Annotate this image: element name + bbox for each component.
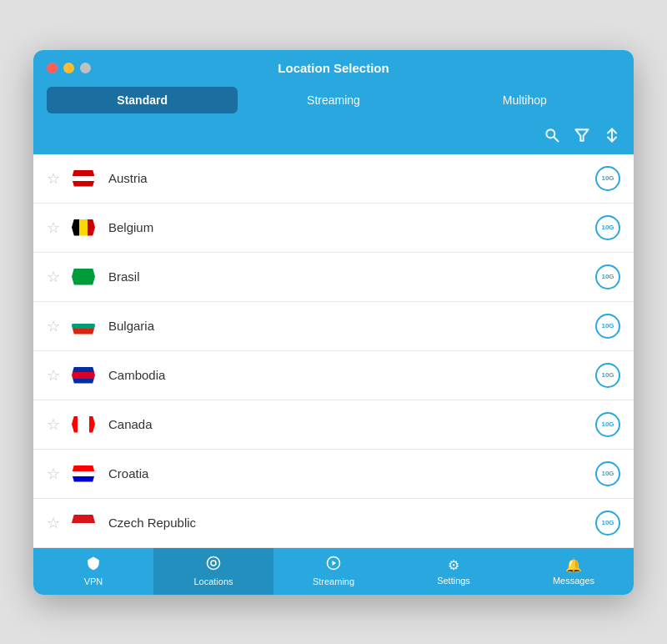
vpn-icon (86, 556, 101, 574)
location-row[interactable]: ☆ Belgium 10G (33, 204, 634, 253)
country-name: Bulgaria (108, 319, 595, 333)
titlebar: Location Selection (33, 50, 634, 87)
country-name: Brasil (108, 269, 595, 284)
speed-badge: 10G (595, 461, 620, 486)
speed-badge: 10G (595, 314, 620, 339)
flag-cambodia (70, 365, 97, 385)
country-name: Austria (108, 171, 595, 185)
favorite-icon[interactable]: ☆ (47, 317, 60, 335)
tab-bar: Standard Streaming Multihop (33, 87, 634, 123)
flag-czech (70, 513, 97, 533)
maximize-button[interactable] (80, 63, 91, 73)
settings-icon: ⚙ (448, 557, 459, 573)
location-row[interactable]: ☆ Canada 10G (33, 400, 634, 450)
streaming-icon (326, 556, 341, 574)
flag-austria (70, 169, 97, 189)
flag-canada (70, 415, 97, 435)
speed-badge: 10G (595, 264, 620, 289)
country-name: Cambodia (108, 368, 595, 382)
favorite-icon[interactable]: ☆ (47, 366, 60, 385)
location-row[interactable]: ☆ Bulgaria 10G (33, 302, 634, 351)
favorite-icon[interactable]: ☆ (47, 268, 60, 286)
close-button[interactable] (47, 63, 58, 73)
flag-belgium (70, 218, 97, 238)
speed-badge: 10G (595, 215, 620, 240)
location-row[interactable]: ☆ Croatia 10G (33, 450, 634, 499)
titlebar-buttons (47, 63, 91, 73)
nav-label-vpn: VPN (84, 576, 103, 586)
nav-item-vpn[interactable]: VPN (33, 548, 153, 595)
bottom-nav: VPN Locations Streaming ⚙ Settings (33, 548, 634, 595)
minimize-button[interactable] (63, 63, 74, 73)
location-list: ☆ Austria 10G ☆ Belgium 10G ☆ (33, 154, 634, 548)
svg-point-4 (208, 557, 220, 570)
svg-marker-2 (576, 129, 589, 140)
filter-icon[interactable] (574, 127, 590, 148)
nav-label-locations: Locations (193, 576, 233, 586)
main-window: Location Selection Standard Streaming Mu… (33, 50, 634, 595)
nav-item-messages[interactable]: 🔔 Messages (514, 548, 634, 595)
country-name: Canada (108, 417, 595, 431)
speed-badge: 10G (595, 166, 620, 191)
tab-standard[interactable]: Standard (47, 87, 238, 113)
location-row[interactable]: ☆ Austria 10G (33, 154, 634, 204)
toolbar (33, 123, 634, 154)
favorite-icon[interactable]: ☆ (47, 169, 60, 188)
svg-marker-7 (333, 561, 337, 566)
nav-item-settings[interactable]: ⚙ Settings (394, 548, 514, 595)
nav-label-messages: Messages (553, 576, 594, 586)
search-icon[interactable] (544, 127, 560, 148)
svg-point-5 (211, 561, 216, 566)
nav-label-streaming: Streaming (313, 576, 354, 586)
flag-croatia (70, 464, 97, 484)
country-name: Belgium (108, 220, 595, 234)
location-row[interactable]: ☆ Brasil 10G (33, 253, 634, 302)
flag-bulgaria (70, 316, 97, 336)
location-row[interactable]: ☆ Czech Republic 10G (33, 499, 634, 548)
favorite-icon[interactable]: ☆ (47, 219, 60, 237)
favorite-icon[interactable]: ☆ (47, 514, 60, 532)
nav-item-streaming[interactable]: Streaming (273, 548, 394, 595)
nav-item-locations[interactable]: Locations (153, 548, 273, 595)
sort-icon[interactable] (604, 127, 620, 148)
tab-multihop[interactable]: Multihop (429, 87, 620, 113)
speed-badge: 10G (595, 363, 620, 388)
svg-line-1 (554, 137, 559, 141)
country-name: Croatia (108, 466, 595, 480)
location-row[interactable]: ☆ Cambodia 10G (33, 351, 634, 400)
speed-badge: 10G (595, 511, 620, 536)
tab-streaming[interactable]: Streaming (238, 87, 429, 113)
messages-icon: 🔔 (565, 557, 582, 573)
favorite-icon[interactable]: ☆ (47, 415, 60, 434)
nav-label-settings: Settings (437, 576, 470, 586)
speed-badge: 10G (595, 412, 620, 437)
favorite-icon[interactable]: ☆ (47, 465, 60, 483)
locations-icon (206, 556, 221, 574)
flag-brazil (70, 267, 97, 287)
country-name: Czech Republic (108, 516, 595, 530)
window-title: Location Selection (278, 61, 389, 75)
